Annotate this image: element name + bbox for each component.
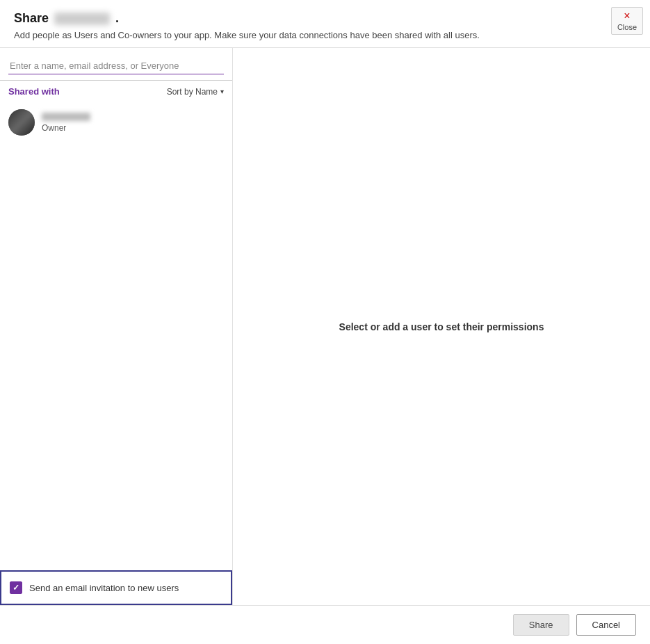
shared-with-header: Shared with Sort by Name ▾ [0, 81, 232, 101]
checkbox-row: ✓ Send an email invitation to new users [10, 581, 222, 594]
modal-footer: Share Cancel [0, 605, 650, 644]
avatar [8, 109, 35, 136]
user-info: Owner [42, 113, 90, 133]
modal-title: Share . [14, 11, 636, 26]
empty-state-text: Select or add a user to set their permis… [339, 321, 544, 332]
close-button[interactable]: × Close [611, 7, 643, 35]
right-panel: Select or add a user to set their permis… [233, 48, 650, 605]
checkbox-label: Send an email invitation to new users [29, 583, 179, 593]
cancel-button[interactable]: Cancel [576, 614, 636, 636]
close-label: Close [617, 23, 637, 31]
title-prefix: Share [14, 11, 49, 26]
title-app-name [54, 13, 110, 25]
user-role: Owner [42, 123, 90, 133]
shared-with-label: Shared with [8, 86, 60, 97]
invitation-checkbox-section: ✓ Send an email invitation to new users [0, 570, 232, 605]
sort-dropdown[interactable]: Sort by Name ▾ [167, 87, 224, 97]
modal-overlay: Share . Add people as Users and Co-owner… [0, 0, 650, 644]
modal-header: Share . Add people as Users and Co-owner… [0, 0, 650, 48]
sort-label: Sort by Name [167, 87, 218, 97]
close-x-icon: × [624, 10, 630, 22]
chevron-down-icon: ▾ [220, 88, 224, 95]
avatar-image [8, 109, 35, 136]
modal-subtitle: Add people as Users and Co-owners to you… [14, 30, 501, 40]
search-section [0, 48, 232, 81]
modal-body: Shared with Sort by Name ▾ Owner [0, 48, 650, 605]
search-input[interactable] [8, 58, 224, 74]
user-list: Owner [0, 101, 232, 570]
checkmark-icon: ✓ [13, 583, 19, 592]
send-invitation-checkbox[interactable]: ✓ [10, 581, 22, 594]
left-panel: Shared with Sort by Name ▾ Owner [0, 48, 233, 605]
user-name [42, 113, 90, 121]
list-item[interactable]: Owner [8, 105, 224, 140]
share-button[interactable]: Share [513, 614, 569, 636]
share-modal: Share . Add people as Users and Co-owner… [0, 0, 650, 644]
title-suffix: . [115, 11, 119, 26]
